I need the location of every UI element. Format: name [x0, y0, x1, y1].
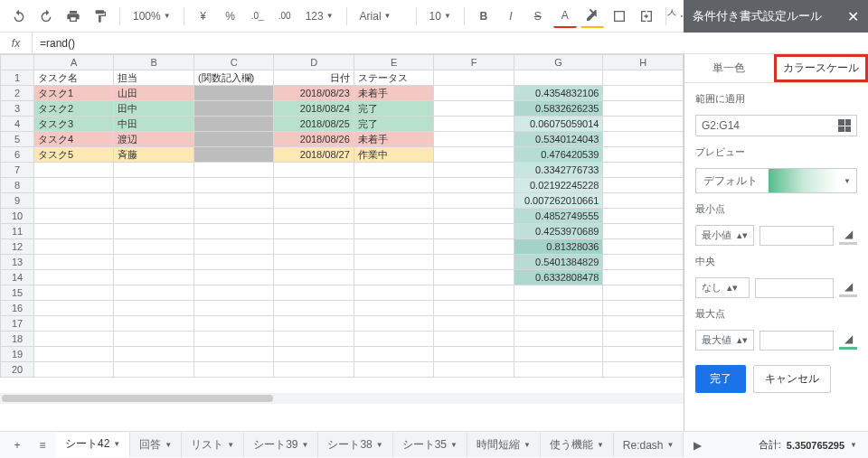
cell-D19[interactable] [274, 347, 354, 362]
cell-E17[interactable] [354, 316, 433, 332]
cell-B2[interactable]: 山田 [114, 86, 193, 101]
status-sum[interactable]: 合計: 5.350765295 ▼ [748, 438, 868, 452]
sheet-tab[interactable]: シート35 ▼ [393, 433, 467, 457]
cell-C16[interactable] [193, 301, 273, 316]
cell-D4[interactable]: 2018/08/25 [274, 117, 354, 132]
col-header-F[interactable]: F [434, 55, 514, 70]
cell-C18[interactable] [193, 332, 273, 347]
all-sheets-button[interactable]: ≡ [31, 434, 54, 457]
cell-C10[interactable] [193, 209, 273, 224]
cell-D6[interactable]: 2018/08/27 [274, 147, 354, 163]
row-header-6[interactable]: 6 [1, 147, 34, 163]
undo-button[interactable] [7, 5, 31, 28]
cell-C17[interactable] [193, 316, 273, 332]
cell-F13[interactable] [434, 255, 514, 270]
cell-B1[interactable]: 担当 [114, 70, 193, 86]
preview-select[interactable]: デフォルト ▼ [695, 168, 857, 193]
cell-F9[interactable] [434, 193, 514, 209]
cell-G13[interactable]: 0.5401384829 [514, 255, 603, 270]
cell-E3[interactable]: 完了 [354, 101, 433, 117]
sheet-tab[interactable]: シート38 ▼ [318, 433, 392, 457]
cell-G15[interactable] [514, 285, 603, 301]
cell-C20[interactable] [193, 362, 273, 378]
tab-single-color[interactable]: 単一色 [684, 54, 774, 82]
cell-A20[interactable] [34, 362, 114, 378]
maxpoint-select[interactable]: 最大値▴▾ [695, 330, 754, 351]
cell-E1[interactable]: ステータス [354, 70, 433, 86]
cell-A5[interactable]: タスク4 [34, 132, 114, 147]
cell-A18[interactable] [34, 332, 114, 347]
cell-H3[interactable] [603, 101, 684, 117]
cell-E7[interactable] [354, 163, 433, 178]
row-header-19[interactable]: 19 [1, 347, 34, 362]
row-header-13[interactable]: 13 [1, 255, 34, 270]
cell-D12[interactable] [274, 239, 354, 255]
cell-B11[interactable] [114, 224, 193, 239]
cell-A1[interactable]: タスク名 [34, 70, 114, 86]
cell-B19[interactable] [114, 347, 193, 362]
sheet-tab[interactable]: 回答 ▼ [130, 433, 182, 457]
cell-F4[interactable] [434, 117, 514, 132]
row-header-8[interactable]: 8 [1, 178, 34, 193]
merge-button[interactable] [635, 5, 658, 28]
cell-H2[interactable] [603, 86, 684, 101]
cell-D15[interactable] [274, 285, 354, 301]
cell-B16[interactable] [114, 301, 193, 316]
cell-D17[interactable] [274, 316, 354, 332]
row-header-10[interactable]: 10 [1, 209, 34, 224]
row-header-7[interactable]: 7 [1, 163, 34, 178]
col-header-E[interactable]: E [354, 55, 433, 70]
midpoint-color-button[interactable]: ◢ [839, 279, 857, 297]
maxpoint-value-input[interactable] [760, 331, 834, 351]
cell-C12[interactable] [193, 239, 273, 255]
cell-E6[interactable]: 作業中 [354, 147, 433, 163]
cell-H19[interactable] [603, 347, 684, 362]
cell-H17[interactable] [603, 316, 684, 332]
cell-G9[interactable]: 0.007262010661 [514, 193, 603, 209]
cell-H12[interactable] [603, 239, 684, 255]
cell-H10[interactable] [603, 209, 684, 224]
cell-F11[interactable] [434, 224, 514, 239]
cell-A11[interactable] [34, 224, 114, 239]
cell-B6[interactable]: 斉藤 [114, 147, 193, 163]
cell-C7[interactable] [193, 163, 273, 178]
cell-B7[interactable] [114, 163, 193, 178]
cell-B20[interactable] [114, 362, 193, 378]
row-header-14[interactable]: 14 [1, 270, 34, 285]
cell-B9[interactable] [114, 193, 193, 209]
cell-H1[interactable] [603, 70, 684, 86]
zoom-select[interactable]: 100%▼ [127, 10, 176, 23]
cell-D20[interactable] [274, 362, 354, 378]
row-header-4[interactable]: 4 [1, 117, 34, 132]
cell-E2[interactable]: 未着手 [354, 86, 433, 101]
row-header-2[interactable]: 2 [1, 86, 34, 101]
sheet-tab[interactable]: リスト ▼ [182, 433, 244, 457]
bold-button[interactable]: B [472, 5, 495, 28]
row-header-11[interactable]: 11 [1, 224, 34, 239]
cell-E18[interactable] [354, 332, 433, 347]
cell-D3[interactable]: 2018/08/24 [274, 101, 354, 117]
spreadsheet-grid[interactable]: ABCDEFGH1タスク名担当(関数記入欄)日付ステータス2タスク1山田2018… [0, 54, 684, 431]
cell-H14[interactable] [603, 270, 684, 285]
cell-F18[interactable] [434, 332, 514, 347]
cell-D2[interactable]: 2018/08/23 [274, 86, 354, 101]
cell-A16[interactable] [34, 301, 114, 316]
cell-D9[interactable] [274, 193, 354, 209]
col-header-C[interactable]: C [193, 55, 273, 70]
col-header-D[interactable]: D [274, 55, 354, 70]
cell-F19[interactable] [434, 347, 514, 362]
sheet-tab[interactable]: Re:dash ▼ [614, 433, 684, 457]
increase-decimal-button[interactable]: .00 [273, 5, 297, 28]
cell-C1[interactable]: (関数記入欄) [193, 70, 273, 86]
cell-H9[interactable] [603, 193, 684, 209]
cell-F10[interactable] [434, 209, 514, 224]
cell-H20[interactable] [603, 362, 684, 378]
cell-B17[interactable] [114, 316, 193, 332]
cell-F8[interactable] [434, 178, 514, 193]
cell-A14[interactable] [34, 270, 114, 285]
strikethrough-button[interactable]: S [526, 5, 550, 28]
col-header-H[interactable]: H [603, 55, 684, 70]
row-header-1[interactable]: 1 [1, 70, 34, 86]
cell-G14[interactable]: 0.6332808478 [514, 270, 603, 285]
cell-E15[interactable] [354, 285, 433, 301]
